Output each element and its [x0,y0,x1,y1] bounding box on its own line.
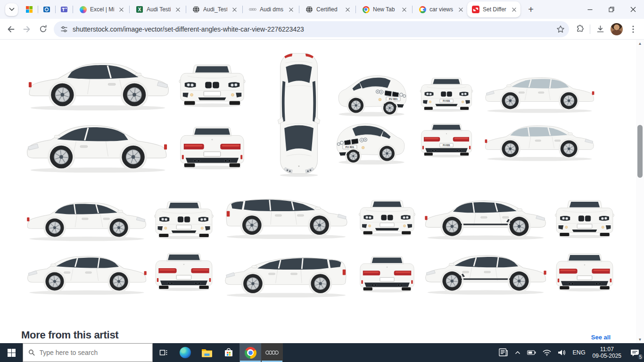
pinned-tab-microsoft[interactable] [22,1,36,17]
back-arrow-icon [6,25,16,34]
window-minimize-button[interactable] [579,0,601,19]
back-button[interactable] [3,21,19,37]
store-button[interactable] [218,343,239,362]
tab-separator [186,6,186,13]
shutterstock-image-preview[interactable]: FU 831FU 831FU 831FU 831 [0,40,644,343]
browser-tab-6[interactable]: New Tab [357,1,411,17]
pinned-tab-outlook[interactable] [40,1,54,17]
profile-avatar[interactable] [611,23,623,35]
tab-separator [299,6,299,13]
tab-close-button[interactable] [457,6,464,13]
chevron-down-icon [9,8,15,11]
browser-toolbar: shutterstock.com/image-vector/set-differ… [0,19,644,40]
tab-search-button[interactable] [5,3,18,16]
tab-close-button[interactable] [174,6,182,13]
car-front-view [177,60,247,110]
chrome-icon [245,347,256,359]
toolbar-divider [590,25,590,34]
reload-button[interactable] [35,21,51,37]
tab-separator [412,6,413,13]
tab-close-button[interactable] [117,6,125,13]
browser-tab-5[interactable]: Certified [301,1,354,17]
start-button[interactable] [0,343,23,362]
taskbar-search[interactable] [23,343,153,362]
window-close-button[interactable] [622,0,644,19]
car-front-view [357,195,417,240]
news-widget-button[interactable] [495,343,512,362]
see-all-link[interactable]: See all [591,334,611,341]
car-side-sedan5-view [421,194,550,242]
new-tab-button[interactable]: + [524,3,537,16]
url-text[interactable]: shutterstock.com/image-vector/set-differ… [73,25,549,33]
tab-title: Audi_Test [203,6,227,13]
car-side-coupe-view [24,58,172,113]
car-tq-view-flipped: FU 831 [334,117,409,167]
browser-tab-2[interactable]: XAudi Testi [131,1,184,17]
tab-close-button[interactable] [344,6,351,13]
browser-tab-7[interactable]: car views [414,1,467,17]
more-from-artist-heading: More from this artist [21,329,118,341]
browser-tab-strip: Excel | MiXAudi TestiAudi_TestAudi dmsCe… [0,0,644,19]
taskbar-search-input[interactable] [40,349,148,356]
volume-indicator[interactable] [554,343,570,362]
forward-button[interactable] [19,21,35,37]
browser-tab-1[interactable]: Excel | Mi [74,1,128,17]
globe-favicon [305,6,313,13]
site-settings-icon [60,25,68,33]
scroll-up-arrow[interactable]: ▲ [636,40,644,47]
extensions-button[interactable] [572,21,588,37]
tab-close-button[interactable] [400,6,408,13]
notification-button[interactable]: 5 [625,343,644,362]
shutterstock-favicon [472,6,479,13]
tab-separator [55,6,56,13]
browser-tab-4[interactable]: Audi dms [244,1,297,17]
tab-close-button[interactable] [287,6,295,13]
svg-text:FU 831: FU 831 [389,98,397,100]
page-scrollbar[interactable]: ▲ ▼ [636,40,644,343]
tab-title: Audi dms [260,6,284,13]
battery-indicator[interactable] [524,343,539,362]
window-restore-button[interactable] [601,0,622,19]
tab-close-button[interactable] [231,6,238,13]
edge-button[interactable] [174,343,196,362]
car-rear-view [177,123,247,173]
pinned-tabs [22,1,74,17]
page-content: FU 831FU 831FU 831FU 831 More from this … [0,40,644,343]
menu-kebab-button[interactable] [625,21,641,37]
file-explorer-button[interactable] [196,343,218,362]
download-icon [596,25,605,33]
tab-separator [38,6,38,13]
car-side-sedan-view-flipped [24,250,150,297]
show-hidden-icons-button[interactable] [512,343,524,362]
tab-separator [355,6,356,13]
scroll-down-arrow[interactable]: ▼ [636,336,644,343]
svg-text:FU 831: FU 831 [443,144,450,147]
tab-close-button[interactable] [510,6,518,13]
car-rear-view [357,249,417,299]
browser-tab-8-active[interactable]: Set Differ [467,1,520,17]
car-front-view [553,197,616,240]
car-tq-view: FU 831 [334,69,409,119]
downloads-button[interactable] [592,21,608,37]
audi-app-button[interactable] [261,343,283,362]
chevron-up-icon [515,351,520,354]
car-side-sedan-view [482,117,597,166]
omnibox[interactable]: shutterstock.com/image-vector/set-differ… [54,21,569,37]
car-rear-view [553,249,616,295]
browser-tab-3[interactable]: Audi_Test [188,1,241,17]
task-view-button[interactable] [153,343,174,362]
language-indicator[interactable]: ENG [570,343,589,362]
car-side-coupe-view-flipped [24,120,172,175]
car-rear-view [153,250,215,293]
chrome-button[interactable] [239,343,261,362]
search-icon [28,349,35,356]
pinned-tab-teams[interactable] [57,1,71,17]
wifi-indicator[interactable] [539,343,554,362]
desktop-screen: Excel | MiXAudi TestiAudi_TestAudi dmsCe… [0,0,644,362]
window-controls [579,0,644,19]
taskbar-clock[interactable]: 11:07 09-05-2025 [589,343,625,362]
wifi-icon [543,350,551,356]
reload-icon [39,25,48,33]
bookmark-star-button[interactable] [554,23,567,36]
scrollbar-thumb[interactable] [637,125,643,178]
